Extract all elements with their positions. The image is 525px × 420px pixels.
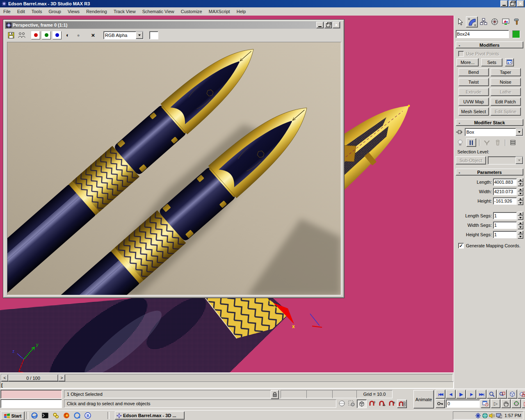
- menu-rendering[interactable]: Rendering: [83, 8, 110, 15]
- percent-snap-button[interactable]: %: [387, 399, 396, 407]
- play-button[interactable]: ▶: [456, 390, 466, 399]
- modifier-sets-button[interactable]: Sets: [481, 58, 502, 66]
- clone-buffer-button[interactable]: [17, 31, 26, 39]
- browser-icon[interactable]: [62, 412, 71, 419]
- blue-channel-button[interactable]: [52, 31, 62, 39]
- length-segs-input[interactable]: [493, 212, 517, 219]
- edit-stack-button[interactable]: [508, 139, 517, 146]
- globe-tray-icon[interactable]: [482, 413, 488, 419]
- generate-mapping-checkbox[interactable]: ✓: [458, 243, 464, 249]
- gears-icon[interactable]: [52, 412, 60, 419]
- restore-button[interactable]: [509, 0, 516, 7]
- render-minimize-button[interactable]: [316, 22, 324, 28]
- time-slider-next-button[interactable]: >: [58, 374, 65, 381]
- field-of-view-button[interactable]: ▷: [491, 399, 500, 408]
- height-segs-input[interactable]: [493, 231, 517, 238]
- tab-display[interactable]: [500, 16, 511, 27]
- previous-frame-button[interactable]: ◀|: [446, 390, 456, 399]
- quicktime-icon[interactable]: [73, 412, 81, 419]
- object-color-swatch[interactable]: [512, 30, 520, 38]
- taper-button[interactable]: Taper: [491, 68, 521, 76]
- snowflake-tray-icon[interactable]: [475, 413, 481, 419]
- key-mode-button[interactable]: [436, 399, 445, 408]
- display-tray-icon[interactable]: [496, 413, 502, 419]
- angle-snap-button[interactable]: [377, 399, 386, 407]
- degradation-override-button[interactable]: [337, 399, 346, 407]
- close-button[interactable]: ×: [517, 0, 524, 7]
- menu-schematic-view[interactable]: Schematic View: [139, 8, 178, 15]
- selection-lock-button[interactable]: [271, 390, 279, 399]
- tab-utilities[interactable]: [511, 16, 522, 27]
- alpha-channel-button[interactable]: ●: [74, 31, 83, 39]
- render-restore-button[interactable]: [324, 22, 332, 28]
- width-segs-spinner[interactable]: [518, 221, 523, 229]
- command-prompt-icon[interactable]: [41, 412, 49, 419]
- render-close-button[interactable]: ×: [333, 22, 340, 28]
- width-input[interactable]: [493, 188, 517, 195]
- next-frame-button[interactable]: |▶: [466, 390, 476, 399]
- volume-tray-icon[interactable]: [489, 413, 495, 419]
- modifier-stack-dropdown[interactable]: Box: [465, 128, 523, 136]
- height-segs-spinner[interactable]: [518, 231, 523, 239]
- noise-button[interactable]: Noise: [491, 78, 521, 86]
- length-input[interactable]: [493, 178, 517, 186]
- maxscript-listener-pane[interactable]: [0, 399, 62, 408]
- zoom-all-button[interactable]: [497, 390, 507, 399]
- menu-tools[interactable]: Tools: [28, 8, 46, 15]
- time-configuration-button[interactable]: [481, 399, 490, 408]
- object-name-input[interactable]: [456, 30, 509, 38]
- clear-button[interactable]: ×: [89, 31, 98, 39]
- start-button[interactable]: Start: [1, 411, 25, 420]
- width-spinner[interactable]: [518, 187, 523, 196]
- current-frame-input[interactable]: [446, 399, 480, 408]
- menu-edit[interactable]: Edit: [14, 8, 28, 15]
- task-button-edson[interactable]: Edson Barrel.max - 3D ...: [115, 411, 185, 420]
- more-modifiers-button[interactable]: More...: [457, 58, 479, 66]
- snap-toggle-button[interactable]: [357, 399, 367, 408]
- rollout-parameters[interactable]: - Parameters: [456, 169, 523, 176]
- tab-create[interactable]: [455, 16, 466, 27]
- tab-modify[interactable]: [466, 16, 478, 27]
- track-bar[interactable]: [: [0, 381, 454, 388]
- arc-rotate-button[interactable]: [511, 399, 521, 408]
- edit-patch-button[interactable]: Edit Patch: [491, 98, 521, 106]
- rollout-modifier-stack[interactable]: - Modifier Stack: [456, 119, 523, 126]
- time-slider-track[interactable]: [1, 374, 453, 382]
- zoom-button[interactable]: [487, 390, 497, 399]
- pin-stack-icon[interactable]: [456, 129, 463, 135]
- red-channel-button[interactable]: [31, 31, 40, 39]
- height-spinner[interactable]: [518, 197, 523, 205]
- color-swatch[interactable]: [149, 31, 158, 39]
- selection-filter-button[interactable]: [347, 399, 356, 407]
- menu-track-view[interactable]: Track View: [110, 8, 139, 15]
- snap-3d-button[interactable]: 3: [368, 399, 377, 407]
- internet-explorer-icon[interactable]: [30, 412, 39, 419]
- length-spinner[interactable]: [518, 178, 523, 186]
- tab-motion[interactable]: [489, 16, 500, 27]
- spinner-snap-button[interactable]: [397, 399, 407, 408]
- height-input[interactable]: [493, 197, 517, 205]
- width-segs-input[interactable]: [493, 221, 517, 229]
- show-end-result-button[interactable]: [466, 138, 476, 147]
- pan-button[interactable]: [501, 399, 511, 408]
- menu-group[interactable]: Group: [45, 8, 64, 15]
- menu-views[interactable]: Views: [64, 8, 83, 15]
- render-window-titlebar[interactable]: Perspective, frame 0 (1:1) ×: [5, 21, 341, 29]
- menu-maxscript[interactable]: MAXScript: [205, 8, 233, 15]
- dropdown-arrow-icon[interactable]: [136, 32, 143, 39]
- time-slider-prev-button[interactable]: <: [1, 374, 8, 381]
- dropdown-arrow-icon[interactable]: [516, 128, 523, 136]
- save-bitmap-button[interactable]: [7, 31, 16, 39]
- green-channel-button[interactable]: [42, 31, 51, 39]
- length-segs-spinner[interactable]: [518, 212, 523, 220]
- mesh-select-button[interactable]: Mesh Select: [459, 107, 489, 116]
- bend-button[interactable]: Bend: [459, 68, 489, 76]
- configure-button-sets-button[interactable]: [505, 58, 514, 66]
- use-pivot-checkbox[interactable]: [458, 51, 464, 57]
- time-slider-handle[interactable]: 0 / 100: [8, 374, 58, 381]
- monochrome-button[interactable]: ◐: [63, 31, 72, 39]
- twist-button[interactable]: Twist: [459, 78, 489, 86]
- animate-button[interactable]: Animate: [413, 390, 434, 409]
- channel-dropdown[interactable]: RGB Alpha: [103, 31, 144, 39]
- minimize-button[interactable]: [500, 0, 508, 7]
